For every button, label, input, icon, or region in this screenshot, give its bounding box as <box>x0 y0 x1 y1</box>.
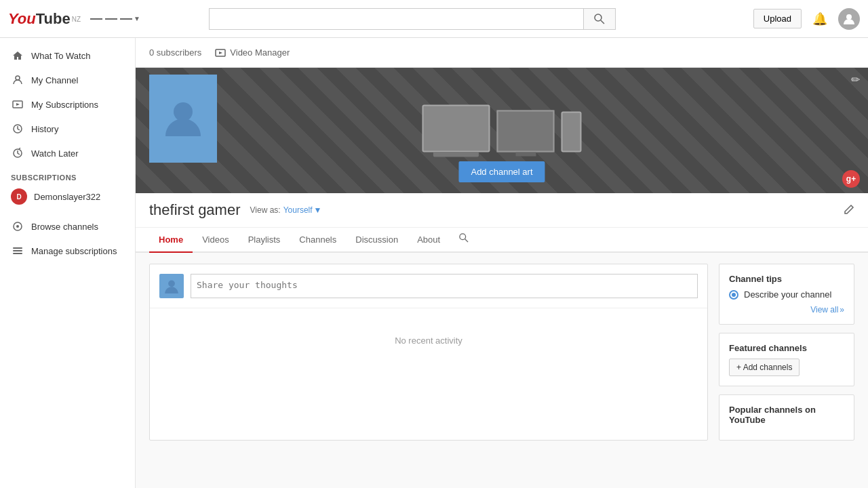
sidebar: What To Watch My Channel My Subscription… <box>0 38 136 488</box>
featured-channels-title: Featured channels <box>729 343 844 353</box>
edit-banner-icon[interactable]: ✏ <box>851 73 860 86</box>
svg-line-18 <box>465 239 468 242</box>
svg-point-17 <box>460 234 466 240</box>
svg-line-8 <box>19 148 20 149</box>
share-thoughts-row <box>150 264 707 308</box>
tip-label: Describe your channel <box>744 289 831 300</box>
watch-later-icon <box>11 146 24 160</box>
google-plus-icon[interactable]: g+ <box>842 170 860 188</box>
sidebar-item-history[interactable]: History <box>0 117 135 141</box>
search-input[interactable] <box>209 8 583 30</box>
channel-edit-icon[interactable] <box>844 204 854 217</box>
view-as-selector[interactable]: Yourself ▼ <box>283 205 322 215</box>
tab-videos[interactable]: Videos <box>193 228 239 253</box>
user-avatar[interactable] <box>838 8 860 30</box>
channel-icon <box>11 73 24 87</box>
video-manager-label: Video Manager <box>230 47 290 58</box>
subscriptions-icon <box>11 98 24 111</box>
logo-area: YouTube NZ ▼ <box>8 10 140 28</box>
hamburger-menu[interactable] <box>90 17 132 21</box>
tip-item: Describe your channel <box>729 289 844 300</box>
subscriptions-section-title: SUBSCRIPTIONS <box>0 165 135 184</box>
youtube-logo[interactable]: YouTube <box>8 10 71 28</box>
share-thoughts-input[interactable] <box>191 274 698 298</box>
person-small-icon <box>164 279 179 293</box>
svg-point-2 <box>846 14 852 20</box>
banner-devices <box>422 104 582 152</box>
pencil-edit-icon <box>844 204 854 215</box>
channel-body: No recent activity Channel tips Describe… <box>136 253 868 451</box>
sidebar-item-watch-later[interactable]: Watch Later <box>0 141 135 165</box>
svg-point-16 <box>174 102 193 121</box>
search-icon <box>459 233 469 243</box>
view-as-value: Yourself <box>283 205 313 215</box>
sidebar-item-browse-channels[interactable]: Browse channels <box>0 214 135 239</box>
sidebar-item-label: My Channel <box>31 75 78 85</box>
dropdown-arrow-icon[interactable]: ▼ <box>134 15 140 22</box>
add-channel-art-button[interactable]: Add channel art <box>458 161 545 182</box>
view-all-text: View all <box>810 305 838 314</box>
subscription-avatar: D <box>11 188 27 205</box>
featured-channels-widget: Featured channels + Add channels <box>719 333 854 386</box>
popular-channels-title: Popular channels on YouTube <box>729 405 844 425</box>
sidebar-item-label: Browse channels <box>31 222 98 232</box>
monitor-device-icon <box>497 110 555 152</box>
sidebar-item-manage-subscriptions[interactable]: Manage subscriptions <box>0 239 135 263</box>
topbar-right: Upload 🔔 <box>753 8 860 30</box>
phone-device-icon <box>561 111 582 152</box>
video-manager-icon <box>215 47 226 58</box>
upload-button[interactable]: Upload <box>753 9 802 28</box>
home-icon <box>11 49 24 62</box>
tab-playlists[interactable]: Playlists <box>239 228 290 253</box>
channel-avatar-person-icon <box>163 98 203 139</box>
view-as-label: View as: <box>250 205 281 215</box>
sidebar-item-label: History <box>31 124 58 134</box>
tab-discussion[interactable]: Discussion <box>346 228 408 253</box>
view-as: View as: Yourself ▼ <box>250 205 322 215</box>
add-channels-button[interactable]: + Add channels <box>729 359 800 376</box>
sidebar-item-label: My Subscriptions <box>31 100 98 110</box>
tab-home[interactable]: Home <box>149 228 193 253</box>
svg-line-1 <box>601 20 604 24</box>
svg-rect-11 <box>13 247 22 249</box>
view-all-link[interactable]: View all » <box>729 305 844 314</box>
channel-topbar: 0 subscribers Video Manager <box>136 38 868 68</box>
topbar: YouTube NZ ▼ Upload 🔔 <box>0 0 868 38</box>
search-button[interactable] <box>583 8 616 30</box>
browse-icon <box>11 220 24 233</box>
tab-search-icon[interactable] <box>450 228 478 251</box>
view-all-chevron-icon: » <box>840 305 844 314</box>
search-icon <box>594 14 605 24</box>
subscribers-count: 0 subscribers <box>149 47 201 58</box>
svg-point-19 <box>168 280 175 287</box>
sidebar-item-subscriptions[interactable]: My Subscriptions <box>0 92 135 117</box>
tip-radio-icon <box>729 290 738 300</box>
sidebar-item-my-channel[interactable]: My Channel <box>0 68 135 92</box>
user-small-avatar <box>159 274 184 298</box>
person-icon <box>842 12 856 26</box>
svg-point-10 <box>16 225 19 228</box>
channel-banner: Add channel art g+ ✏ <box>136 68 868 193</box>
svg-marker-5 <box>16 103 20 106</box>
channel-tabs: Home Videos Playlists Channels Discussio… <box>136 228 868 253</box>
sidebar-item-what-to-watch[interactable]: What To Watch <box>0 43 135 68</box>
sidebar-item-label: Manage subscriptions <box>31 246 117 256</box>
right-sidebar: Channel tips Describe your channel View … <box>719 264 854 441</box>
svg-point-3 <box>16 76 20 80</box>
channel-avatar <box>149 75 217 163</box>
laptop-device-icon <box>422 104 490 152</box>
tab-about[interactable]: About <box>408 228 450 253</box>
tab-channels[interactable]: Channels <box>290 228 346 253</box>
channel-name: thefirst gamer <box>149 201 241 219</box>
sidebar-subscription-demonslayer[interactable]: D Demonslayer322 <box>0 184 135 209</box>
svg-rect-12 <box>13 250 22 251</box>
subscription-label: Demonslayer322 <box>34 192 100 202</box>
sidebar-item-label: Watch Later <box>31 148 79 159</box>
sidebar-item-label: What To Watch <box>31 51 90 61</box>
channel-tips-title: Channel tips <box>729 274 844 284</box>
logo-region: NZ <box>72 16 81 23</box>
no-activity-message: No recent activity <box>150 308 707 373</box>
video-manager-link[interactable]: Video Manager <box>215 47 290 58</box>
main-content: 0 subscribers Video Manager Add channel … <box>136 38 868 488</box>
notifications-bell-icon[interactable]: 🔔 <box>812 12 827 26</box>
